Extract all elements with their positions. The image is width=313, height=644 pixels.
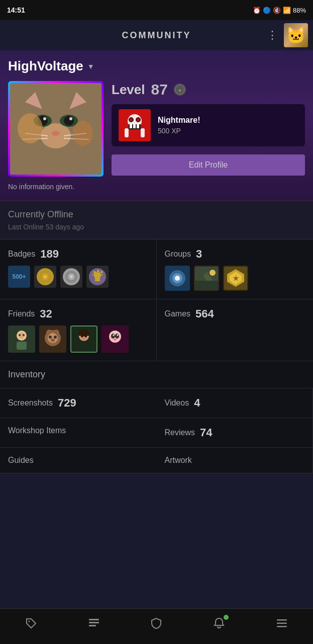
- badge-gold-spiral: [34, 266, 56, 288]
- svg-marker-14: [20, 88, 45, 111]
- username-row: HighVoltage ▼: [8, 58, 305, 74]
- svg-point-6: [38, 116, 48, 126]
- svg-line-10: [25, 133, 48, 136]
- groups-count: 3: [196, 248, 202, 261]
- svg-rect-97: [89, 622, 99, 623]
- offline-section: Currently Offline Last Online 53 days ag…: [0, 201, 313, 239]
- badges-cell[interactable]: Badges 189 500+: [0, 239, 157, 299]
- shield-icon: [150, 617, 163, 633]
- svg-point-76: [49, 336, 52, 339]
- workshop-items-cell[interactable]: Workshop Items: [0, 418, 157, 448]
- tag-icon: [25, 617, 38, 633]
- stats-grid: Badges 189 500+: [0, 239, 313, 473]
- svg-rect-57: [195, 281, 218, 290]
- level-label: Level: [112, 82, 145, 98]
- badges-header: Badges 189: [8, 248, 148, 261]
- bell-icon: [213, 617, 226, 633]
- friend-avatar-4: [101, 326, 129, 353]
- signal-icon: 📶: [283, 7, 291, 14]
- svg-point-92: [113, 335, 115, 336]
- svg-rect-35: [141, 128, 145, 137]
- reviews-label: Reviews: [165, 428, 195, 437]
- reviews-cell[interactable]: Reviews 74: [157, 418, 314, 448]
- svg-rect-0: [10, 83, 101, 175]
- badges-row: 500+: [8, 266, 148, 288]
- badge-silver-spiral: [60, 266, 82, 288]
- svg-point-93: [117, 335, 119, 336]
- friends-cell[interactable]: Friends 32: [0, 299, 157, 361]
- group-landscape: [194, 266, 219, 291]
- svg-rect-31: [130, 124, 132, 128]
- videos-label: Videos: [165, 398, 189, 408]
- artwork-cell[interactable]: Artwork: [157, 448, 314, 473]
- username-label: HighVoltage: [8, 58, 83, 74]
- svg-marker-15: [66, 88, 91, 111]
- friend-avatar-3: [70, 326, 97, 353]
- achievement-xp: 500 XP: [158, 127, 200, 135]
- edit-profile-button[interactable]: Edit Profile: [112, 154, 305, 176]
- svg-rect-32: [133, 124, 136, 128]
- header-avatar[interactable]: [284, 23, 308, 47]
- status-time: 14:51: [7, 6, 25, 14]
- reviews-count: 74: [200, 426, 212, 439]
- achievement-card[interactable]: Nightmare! 500 XP: [112, 104, 305, 146]
- svg-text:★: ★: [93, 270, 96, 274]
- friends-label: Friends: [8, 309, 35, 318]
- videos-cell[interactable]: Videos 4: [157, 388, 314, 418]
- alarm-icon: ⏰: [253, 7, 261, 14]
- svg-rect-33: [137, 124, 139, 128]
- badge-star-trophy: ★ ★ ★: [86, 266, 109, 288]
- username-dropdown-icon[interactable]: ▼: [87, 62, 94, 70]
- inventory-cell[interactable]: Inventory: [0, 361, 313, 388]
- videos-stat: Videos 4: [165, 396, 305, 410]
- svg-point-84: [84, 335, 87, 338]
- bio-text: No information given.: [8, 183, 305, 191]
- svg-text:●: ●: [178, 88, 181, 93]
- screenshots-stat: Screenshots 729: [8, 396, 149, 410]
- nav-feed[interactable]: [81, 615, 107, 635]
- svg-marker-17: [69, 92, 86, 109]
- mute-icon: 🔇: [273, 7, 281, 14]
- svg-point-83: [81, 335, 83, 338]
- artwork-label: Artwork: [165, 456, 192, 465]
- header-menu-button[interactable]: ⋮: [267, 29, 278, 42]
- friends-row: [8, 326, 148, 353]
- profile-right-panel: Level 87 ●: [112, 81, 305, 176]
- groups-cell[interactable]: Groups 3: [157, 239, 314, 299]
- notification-badge: [224, 615, 229, 620]
- svg-rect-101: [277, 626, 287, 627]
- games-cell[interactable]: Games 564: [157, 299, 314, 361]
- artwork-stat: Artwork: [165, 456, 305, 465]
- svg-point-69: [19, 334, 21, 336]
- games-stat: Games 564: [165, 307, 305, 320]
- guides-label: Guides: [8, 456, 34, 465]
- profile-avatar-container[interactable]: [8, 81, 103, 177]
- feed-icon: [87, 617, 100, 633]
- nav-menu[interactable]: [269, 615, 294, 635]
- achievement-name: Nightmare!: [158, 116, 200, 125]
- last-online-label: Last Online 53 days ago: [8, 223, 305, 231]
- guides-cell[interactable]: Guides: [0, 448, 157, 473]
- groups-row: ★: [165, 266, 305, 291]
- svg-point-91: [115, 334, 119, 339]
- group-steam: [165, 266, 190, 291]
- friends-header: Friends 32: [8, 307, 148, 320]
- profile-info: Level 87 ●: [8, 81, 305, 177]
- groups-label: Groups: [165, 250, 191, 259]
- achievement-info: Nightmare! 500 XP: [158, 116, 200, 135]
- friend-avatar-1: [8, 326, 35, 353]
- svg-rect-100: [277, 623, 287, 624]
- svg-marker-16: [25, 92, 42, 109]
- nav-tag[interactable]: [19, 615, 44, 635]
- svg-rect-82: [79, 331, 89, 336]
- svg-point-4: [34, 115, 52, 127]
- svg-point-7: [64, 116, 74, 126]
- nav-shield[interactable]: [144, 615, 169, 635]
- nav-notifications[interactable]: [206, 615, 232, 635]
- svg-rect-67: [17, 342, 27, 350]
- svg-rect-1: [10, 83, 101, 175]
- avatar-svg: [10, 83, 101, 175]
- achievement-icon: [119, 109, 151, 141]
- screenshots-cell[interactable]: Screenshots 729: [0, 388, 157, 418]
- badge-500-plus: 500+: [8, 266, 30, 288]
